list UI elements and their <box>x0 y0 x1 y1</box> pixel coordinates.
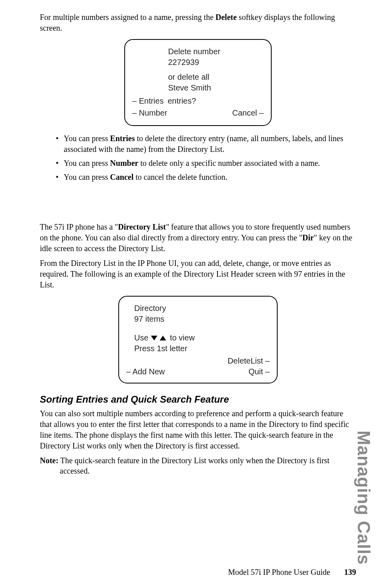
directory-paragraph-1: The 57i IP phone has a "Directory List" … <box>40 222 356 254</box>
intro-pre: For multiple numbers assigned to a name,… <box>40 13 215 22</box>
bullet-list: You can press Entries to delete the dire… <box>56 133 356 183</box>
arrow-down-icon <box>151 336 157 340</box>
scr2-title: Directory <box>134 303 270 314</box>
bullet-cancel: You can press Cancel to cancel the delet… <box>56 172 356 183</box>
intro-bold: Delete <box>215 13 237 22</box>
scr2-count: 97 items <box>134 314 270 324</box>
addnew-softkey[interactable]: – Add New <box>126 366 165 377</box>
scr1-line1: Delete number <box>168 46 264 57</box>
sorting-paragraph: You can also sort multiple numbers accor… <box>40 408 356 451</box>
footer-page: 139 <box>344 568 356 576</box>
scr2-use-post: to view <box>170 332 195 343</box>
note-paragraph: Note: The quick-search feature in the Di… <box>40 455 356 476</box>
cancel-softkey[interactable]: Cancel – <box>232 108 264 118</box>
note-label: Note: <box>40 456 59 465</box>
scr2-use-pre: Use <box>134 332 149 343</box>
quit-softkey[interactable]: Quit – <box>249 366 270 377</box>
number-softkey[interactable]: – Number <box>132 108 167 118</box>
entries-softkey[interactable]: – Entries <box>132 96 164 106</box>
deletelist-softkey[interactable]: DeleteList – <box>227 356 270 366</box>
scr1-line4: Steve Smith <box>168 83 264 93</box>
phone-screen-directory: Directory 97 items Use to view Press 1st… <box>118 296 278 383</box>
directory-paragraph-2: From the Directory List in the IP Phone … <box>40 258 356 290</box>
scr2-press: Press 1st letter <box>134 343 270 354</box>
subheading-sorting: Sorting Entries and Quick Search Feature <box>40 394 356 405</box>
arrow-up-icon <box>160 336 166 340</box>
phone-screen-delete: Delete number 2272939 or delete all Stev… <box>124 39 272 126</box>
scr1-entries-tail: entries? <box>164 96 264 106</box>
note-text: The quick-search feature in the Director… <box>59 456 330 475</box>
scr1-line3: or delete all <box>168 72 264 83</box>
scr1-line2: 2272939 <box>168 57 264 68</box>
bullet-entries: You can press Entries to delete the dire… <box>56 133 356 155</box>
footer: Model 57i IP Phone User Guide 139 <box>228 568 356 577</box>
intro-paragraph: For multiple numbers assigned to a name,… <box>40 12 356 33</box>
side-tab: Managing Calls <box>354 431 374 565</box>
footer-text: Model 57i IP Phone User Guide <box>228 568 330 576</box>
bullet-number: You can press Number to delete only a sp… <box>56 158 356 169</box>
